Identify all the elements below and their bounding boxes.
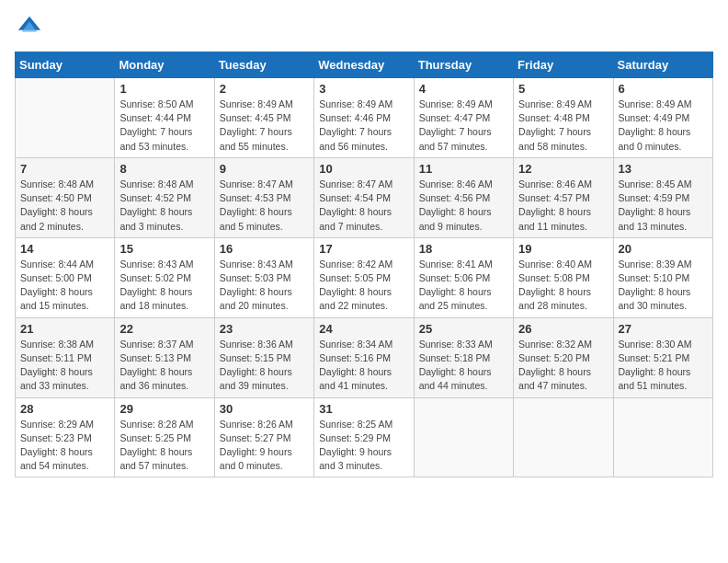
day-header-sunday: Sunday: [16, 52, 115, 78]
day-info: Sunrise: 8:42 AM Sunset: 5:05 PM Dayligh…: [319, 258, 408, 314]
day-header-wednesday: Wednesday: [314, 52, 414, 78]
day-info: Sunrise: 8:44 AM Sunset: 5:00 PM Dayligh…: [20, 258, 109, 314]
day-info: Sunrise: 8:47 AM Sunset: 4:53 PM Dayligh…: [220, 178, 309, 234]
calendar-cell: 29Sunrise: 8:28 AM Sunset: 5:25 PM Dayli…: [115, 397, 214, 477]
calendar-cell: 9Sunrise: 8:47 AM Sunset: 4:53 PM Daylig…: [214, 157, 313, 237]
day-number: 29: [119, 402, 209, 416]
day-info: Sunrise: 8:47 AM Sunset: 4:54 PM Dayligh…: [319, 178, 408, 234]
days-header-row: SundayMondayTuesdayWednesdayThursdayFrid…: [16, 52, 713, 78]
calendar-cell: 19Sunrise: 8:40 AM Sunset: 5:08 PM Dayli…: [514, 237, 613, 317]
calendar-cell: 12Sunrise: 8:46 AM Sunset: 4:57 PM Dayli…: [514, 157, 613, 237]
week-row-5: 28Sunrise: 8:29 AM Sunset: 5:23 PM Dayli…: [16, 397, 713, 477]
day-info: Sunrise: 8:49 AM Sunset: 4:49 PM Dayligh…: [619, 98, 708, 154]
calendar-cell: 4Sunrise: 8:49 AM Sunset: 4:47 PM Daylig…: [414, 78, 513, 158]
calendar-cell: 26Sunrise: 8:32 AM Sunset: 5:20 PM Dayli…: [514, 317, 613, 397]
day-number: 8: [119, 162, 209, 176]
day-number: 27: [619, 322, 708, 336]
day-number: 25: [419, 322, 508, 336]
day-info: Sunrise: 8:48 AM Sunset: 4:52 PM Dayligh…: [119, 178, 209, 234]
calendar-cell: [514, 397, 613, 477]
calendar-cell: 3Sunrise: 8:49 AM Sunset: 4:46 PM Daylig…: [314, 78, 414, 158]
day-info: Sunrise: 8:25 AM Sunset: 5:29 PM Dayligh…: [319, 418, 408, 474]
day-info: Sunrise: 8:49 AM Sunset: 4:45 PM Dayligh…: [220, 98, 309, 154]
day-info: Sunrise: 8:43 AM Sunset: 5:02 PM Dayligh…: [119, 258, 209, 314]
day-number: 4: [419, 82, 508, 96]
day-number: 16: [220, 242, 309, 256]
day-info: Sunrise: 8:41 AM Sunset: 5:06 PM Dayligh…: [419, 258, 508, 314]
page-header: [15, 15, 713, 40]
calendar-cell: 6Sunrise: 8:49 AM Sunset: 4:49 PM Daylig…: [613, 78, 712, 158]
day-header-tuesday: Tuesday: [214, 52, 313, 78]
logo-icon: [17, 15, 42, 40]
calendar-table: SundayMondayTuesdayWednesdayThursdayFrid…: [15, 52, 713, 477]
day-number: 15: [119, 242, 209, 256]
calendar-cell: 18Sunrise: 8:41 AM Sunset: 5:06 PM Dayli…: [414, 237, 513, 317]
day-info: Sunrise: 8:32 AM Sunset: 5:20 PM Dayligh…: [518, 338, 608, 394]
logo: [15, 15, 42, 40]
calendar-cell: 10Sunrise: 8:47 AM Sunset: 4:54 PM Dayli…: [314, 157, 414, 237]
calendar-cell: 1Sunrise: 8:50 AM Sunset: 4:44 PM Daylig…: [115, 78, 214, 158]
day-number: 19: [518, 242, 608, 256]
day-number: 7: [20, 162, 109, 176]
day-header-thursday: Thursday: [414, 52, 513, 78]
day-number: 9: [220, 162, 309, 176]
day-info: Sunrise: 8:30 AM Sunset: 5:21 PM Dayligh…: [619, 338, 708, 394]
day-info: Sunrise: 8:28 AM Sunset: 5:25 PM Dayligh…: [119, 418, 209, 474]
day-info: Sunrise: 8:43 AM Sunset: 5:03 PM Dayligh…: [220, 258, 309, 314]
day-info: Sunrise: 8:49 AM Sunset: 4:46 PM Dayligh…: [319, 98, 408, 154]
day-info: Sunrise: 8:46 AM Sunset: 4:56 PM Dayligh…: [419, 178, 508, 234]
calendar-cell: 25Sunrise: 8:33 AM Sunset: 5:18 PM Dayli…: [414, 317, 513, 397]
calendar-cell: 23Sunrise: 8:36 AM Sunset: 5:15 PM Dayli…: [214, 317, 313, 397]
day-number: 28: [20, 402, 109, 416]
day-number: 18: [419, 242, 508, 256]
day-info: Sunrise: 8:40 AM Sunset: 5:08 PM Dayligh…: [518, 258, 608, 314]
day-number: 17: [319, 242, 408, 256]
calendar-cell: [613, 397, 712, 477]
calendar-cell: 11Sunrise: 8:46 AM Sunset: 4:56 PM Dayli…: [414, 157, 513, 237]
calendar-cell: 13Sunrise: 8:45 AM Sunset: 4:59 PM Dayli…: [613, 157, 712, 237]
calendar-cell: 17Sunrise: 8:42 AM Sunset: 5:05 PM Dayli…: [314, 237, 414, 317]
calendar-cell: 14Sunrise: 8:44 AM Sunset: 5:00 PM Dayli…: [16, 237, 115, 317]
day-info: Sunrise: 8:38 AM Sunset: 5:11 PM Dayligh…: [20, 338, 109, 394]
day-number: 5: [518, 82, 608, 96]
day-info: Sunrise: 8:34 AM Sunset: 5:16 PM Dayligh…: [319, 338, 408, 394]
day-info: Sunrise: 8:50 AM Sunset: 4:44 PM Dayligh…: [119, 98, 209, 154]
calendar-cell: 5Sunrise: 8:49 AM Sunset: 4:48 PM Daylig…: [514, 78, 613, 158]
calendar-cell: 8Sunrise: 8:48 AM Sunset: 4:52 PM Daylig…: [115, 157, 214, 237]
calendar-cell: 31Sunrise: 8:25 AM Sunset: 5:29 PM Dayli…: [314, 397, 414, 477]
day-info: Sunrise: 8:49 AM Sunset: 4:47 PM Dayligh…: [419, 98, 508, 154]
day-header-friday: Friday: [514, 52, 613, 78]
calendar-cell: 21Sunrise: 8:38 AM Sunset: 5:11 PM Dayli…: [16, 317, 115, 397]
calendar-cell: 2Sunrise: 8:49 AM Sunset: 4:45 PM Daylig…: [214, 78, 313, 158]
calendar-cell: [16, 78, 115, 158]
calendar-cell: 22Sunrise: 8:37 AM Sunset: 5:13 PM Dayli…: [115, 317, 214, 397]
day-number: 3: [319, 82, 408, 96]
calendar-cell: 16Sunrise: 8:43 AM Sunset: 5:03 PM Dayli…: [214, 237, 313, 317]
day-info: Sunrise: 8:49 AM Sunset: 4:48 PM Dayligh…: [518, 98, 608, 154]
calendar-cell: 7Sunrise: 8:48 AM Sunset: 4:50 PM Daylig…: [16, 157, 115, 237]
day-number: 20: [619, 242, 708, 256]
day-number: 11: [419, 162, 508, 176]
day-info: Sunrise: 8:39 AM Sunset: 5:10 PM Dayligh…: [619, 258, 708, 314]
day-number: 22: [119, 322, 209, 336]
day-info: Sunrise: 8:29 AM Sunset: 5:23 PM Dayligh…: [20, 418, 109, 474]
day-info: Sunrise: 8:48 AM Sunset: 4:50 PM Dayligh…: [20, 178, 109, 234]
week-row-2: 7Sunrise: 8:48 AM Sunset: 4:50 PM Daylig…: [16, 157, 713, 237]
day-info: Sunrise: 8:45 AM Sunset: 4:59 PM Dayligh…: [619, 178, 708, 234]
calendar-cell: 20Sunrise: 8:39 AM Sunset: 5:10 PM Dayli…: [613, 237, 712, 317]
day-info: Sunrise: 8:33 AM Sunset: 5:18 PM Dayligh…: [419, 338, 508, 394]
day-header-saturday: Saturday: [613, 52, 712, 78]
day-number: 30: [220, 402, 309, 416]
calendar-cell: 24Sunrise: 8:34 AM Sunset: 5:16 PM Dayli…: [314, 317, 414, 397]
day-info: Sunrise: 8:36 AM Sunset: 5:15 PM Dayligh…: [220, 338, 309, 394]
day-number: 2: [220, 82, 309, 96]
calendar-cell: 28Sunrise: 8:29 AM Sunset: 5:23 PM Dayli…: [16, 397, 115, 477]
day-number: 6: [619, 82, 708, 96]
calendar-cell: [414, 397, 513, 477]
week-row-4: 21Sunrise: 8:38 AM Sunset: 5:11 PM Dayli…: [16, 317, 713, 397]
day-number: 31: [319, 402, 408, 416]
day-number: 21: [20, 322, 109, 336]
day-number: 14: [20, 242, 109, 256]
day-info: Sunrise: 8:26 AM Sunset: 5:27 PM Dayligh…: [220, 418, 309, 474]
day-number: 1: [119, 82, 209, 96]
